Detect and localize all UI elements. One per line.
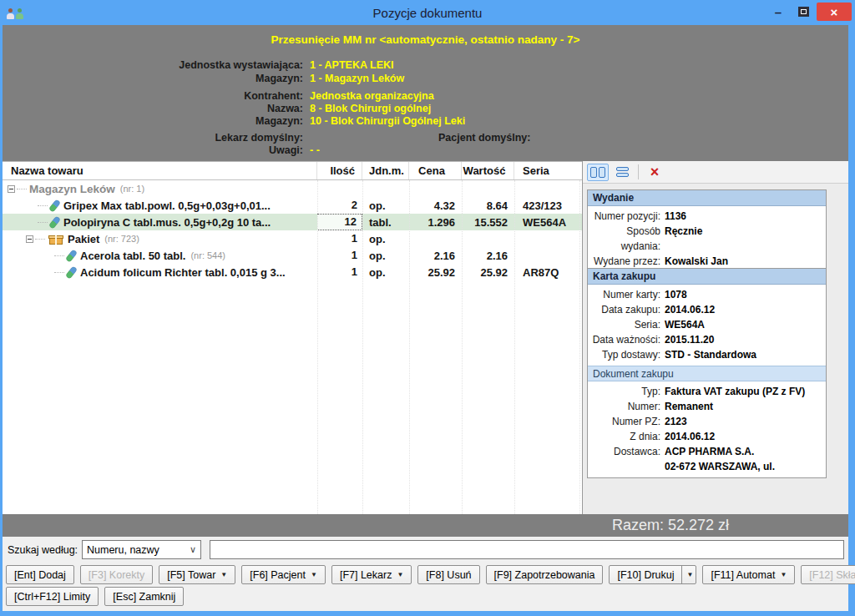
uwagi-label: Uwagi: bbox=[3, 144, 303, 156]
kontrahent-label: Kontrahent: bbox=[3, 90, 303, 102]
pill-icon bbox=[48, 199, 61, 212]
pill-icon bbox=[65, 249, 78, 262]
table-row-acerola[interactable]: Acerola tabl. 50 tabl. (nr: 544) 1 op. 2… bbox=[3, 247, 582, 264]
table-header-row: Nazwa towaru Ilość Jdn.m. Cena Wartość S… bbox=[3, 162, 582, 180]
button-drukuj[interactable]: [F10] Drukuj▼ bbox=[609, 565, 696, 584]
field-value: 2014.06.12 bbox=[665, 302, 715, 317]
table-body: Magazyn Leków (nr: 1) Gripex Max tabl.po… bbox=[3, 180, 582, 514]
cell-value: 2.16 bbox=[462, 250, 514, 262]
nazwa-value: 8 - Blok Chirurgi ogólnej bbox=[310, 103, 431, 114]
minimize-button[interactable]: – bbox=[766, 3, 790, 21]
window-border-bottom bbox=[0, 611, 855, 616]
button-lekarz[interactable]: [F7] Lekarz▼ bbox=[331, 565, 412, 584]
tree-line bbox=[17, 189, 27, 189]
cell-price: 1.296 bbox=[409, 216, 462, 229]
button-dodaj[interactable]: [Ent] Dodaj bbox=[6, 565, 74, 584]
uwagi-value: - - bbox=[310, 144, 320, 156]
table-row-acidum-folicum[interactable]: Acidum folicum Richter tabl. 0,015 g 3..… bbox=[3, 264, 582, 280]
item-name: Acerola tabl. 50 tabl. bbox=[80, 250, 185, 262]
cell-qty: 2 bbox=[317, 197, 362, 214]
button-sklad: [F12] Skład bbox=[801, 565, 855, 584]
table-row-magazyn-lekow[interactable]: Magazyn Leków (nr: 1) bbox=[3, 180, 582, 197]
nazwa-label: Nazwa: bbox=[3, 103, 303, 114]
tree-line bbox=[54, 255, 64, 256]
button-usun[interactable]: [F8] Usuń bbox=[417, 565, 479, 584]
field-label: Typ dostawy: bbox=[588, 347, 665, 362]
tree-line bbox=[38, 205, 48, 206]
search-label: Szukaj według: bbox=[8, 544, 78, 556]
field-label: Data zakupu: bbox=[588, 302, 665, 317]
magazyn2-value: 10 - Blok Chirurgii Ogólnej Leki bbox=[310, 115, 465, 127]
details-panel: × Wydanie Numer pozycji:1136 Sposób wyda… bbox=[583, 161, 848, 514]
karta-zakupu-title: Karta zakupu bbox=[588, 269, 826, 285]
column-header-nazwa-towaru: Nazwa towaru bbox=[3, 162, 317, 179]
button-zapotrzebowania[interactable]: [F9] Zapotrzebowania bbox=[486, 565, 604, 584]
package-icon bbox=[49, 234, 63, 245]
tree-collapse-icon[interactable] bbox=[26, 235, 33, 243]
search-input[interactable] bbox=[210, 540, 844, 559]
field-label bbox=[588, 459, 665, 474]
cell-value: 25.92 bbox=[462, 266, 514, 279]
cell-qty-focused[interactable]: 12 bbox=[317, 214, 362, 230]
close-details-icon[interactable]: × bbox=[644, 164, 665, 181]
field-label: Wydane przez: bbox=[588, 254, 665, 269]
field-label: Data ważności: bbox=[588, 332, 665, 347]
field-label: Dostawca: bbox=[588, 444, 665, 459]
magazyn1-label: Magazyn: bbox=[3, 73, 303, 84]
magazyn1-value: 1 - Magazyn Leków bbox=[310, 73, 404, 84]
column-header-wartosc: Wartość bbox=[462, 162, 514, 179]
cell-price: 4.32 bbox=[409, 199, 462, 212]
item-name: Acidum folicum Richter tabl. 0,015 g 3..… bbox=[80, 266, 286, 279]
tree-line bbox=[38, 222, 48, 223]
total-amount: Razem: 52.272 zł bbox=[491, 517, 850, 534]
button-towar[interactable]: [F5] Towar▼ bbox=[159, 565, 235, 584]
cell-price: 2.16 bbox=[409, 250, 462, 262]
horizontal-split-icon[interactable] bbox=[611, 164, 633, 181]
field-value: Faktura VAT zakupu (PZ z FV) bbox=[665, 384, 805, 399]
button-korekty: [F3] Korekty bbox=[80, 565, 153, 584]
field-value: 2123 bbox=[665, 414, 687, 429]
field-label: Z dnia: bbox=[588, 429, 665, 444]
column-header-jdnm: Jdn.m. bbox=[362, 162, 409, 179]
bottom-controls: Szukaj według: Numeru, nazwy ∨ [Ent] Dod… bbox=[3, 537, 848, 611]
dokument-zakupu-subheader: Dokument zakupu bbox=[588, 366, 826, 381]
tree-collapse-icon[interactable] bbox=[8, 185, 15, 193]
close-button[interactable]: × bbox=[817, 3, 852, 21]
column-header-ilosc: Ilość bbox=[317, 162, 362, 179]
dropdown-arrow-icon: ▼ bbox=[311, 571, 317, 578]
table-row-gripex[interactable]: Gripex Max tabl.powl. 0,5g+0,03g+0,01...… bbox=[3, 197, 582, 214]
cell-seria: WE564A bbox=[514, 216, 579, 229]
item-name: Polopiryna C tabl.mus. 0,5g+0,2g 10 ta..… bbox=[63, 216, 271, 229]
search-mode-select[interactable]: Numeru, nazwy ∨ bbox=[82, 540, 201, 559]
lekarz-label: Lekarz domyślny: bbox=[3, 132, 303, 144]
table-row-pakiet[interactable]: Pakiet (nr: 723) 1 op. bbox=[3, 230, 582, 247]
cell-price: 25.92 bbox=[409, 266, 462, 279]
titlebar: Pozycje dokumentu – × bbox=[0, 0, 855, 25]
pill-icon bbox=[65, 265, 78, 279]
document-header: Przesunięcie MM nr <automatycznie, ostat… bbox=[3, 25, 848, 161]
kontrahent-value: Jednostka organizacyjna bbox=[310, 90, 434, 102]
cell-seria: AR87Q bbox=[514, 266, 579, 279]
button-pacjent[interactable]: [F6] Pacjent▼ bbox=[241, 565, 326, 584]
wydanie-title: Wydanie bbox=[588, 190, 826, 206]
button-zamknij[interactable]: [Esc] Zamknij bbox=[104, 587, 184, 606]
table-row-polopiryna-selected[interactable]: Polopiryna C tabl.mus. 0,5g+0,2g 10 ta..… bbox=[3, 214, 582, 230]
vertical-split-icon[interactable] bbox=[587, 164, 609, 181]
dropdown-arrow-icon: ▼ bbox=[220, 571, 227, 578]
button-automat[interactable]: [F11] Automat▼ bbox=[702, 565, 795, 584]
field-value: 02-672 WARSZAWA, ul. bbox=[665, 459, 775, 474]
cell-seria: 423/123 bbox=[514, 199, 579, 212]
field-label: Typ: bbox=[588, 384, 665, 399]
field-value: WE564A bbox=[665, 317, 705, 332]
window-pozycje-dokumentu: Pozycje dokumentu – × Przesunięcie MM nr… bbox=[0, 0, 855, 616]
button-row-1: [Ent] Dodaj [F3] Korekty [F5] Towar▼ [F6… bbox=[6, 565, 855, 584]
cell-unit: op. bbox=[362, 199, 409, 212]
button-limity[interactable]: [Ctrl+F12] Limity bbox=[6, 587, 99, 606]
items-table: Nazwa towaru Ilość Jdn.m. Cena Wartość S… bbox=[3, 161, 582, 514]
maximize-button[interactable] bbox=[792, 3, 815, 21]
cell-value: 15.552 bbox=[462, 216, 514, 229]
dropdown-arrow-icon[interactable]: ▼ bbox=[682, 571, 696, 578]
maximize-icon bbox=[798, 7, 809, 17]
dropdown-arrow-icon: ▼ bbox=[397, 571, 403, 578]
app-people-icon bbox=[7, 7, 25, 19]
